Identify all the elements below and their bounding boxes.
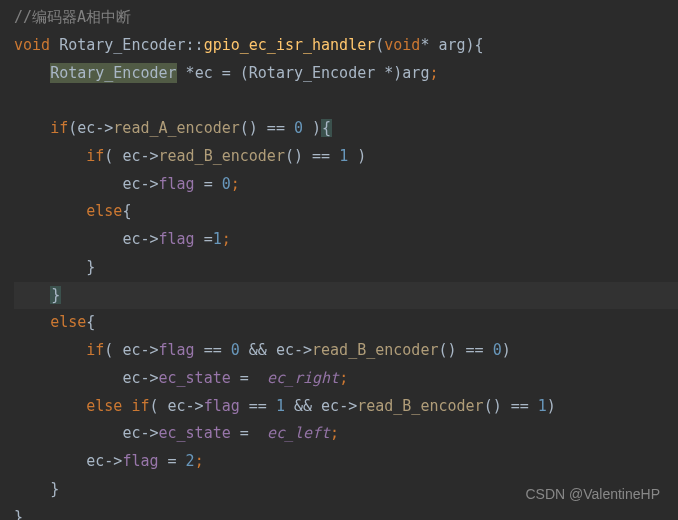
code-line: ec->ec_state = ec_left; [14, 420, 678, 448]
code-line: ec->flag = 2; [14, 448, 678, 476]
code-line: else{ [14, 198, 678, 226]
cursor-line-highlight [14, 282, 678, 309]
comment-text: //编码器A相中断 [14, 8, 131, 26]
code-line: ec->ec_state = ec_right; [14, 365, 678, 393]
code-line: if( ec->flag == 0 && ec->read_B_encoder(… [14, 337, 678, 365]
code-line: else{ [14, 309, 678, 337]
keyword: void [14, 36, 50, 54]
matching-brace: { [321, 119, 332, 137]
code-line: } [14, 254, 678, 282]
matching-brace-cursor: } [50, 286, 61, 304]
method-name: gpio_ec_isr_handler [204, 36, 376, 54]
class-name: Rotary_Encoder [59, 36, 185, 54]
code-editor[interactable]: //编码器A相中断 void Rotary_Encoder::gpio_ec_i… [0, 0, 678, 520]
code-line: Rotary_Encoder *ec = (Rotary_Encoder *)a… [14, 60, 678, 88]
code-line: if(ec->read_A_encoder() == 0 ){ [14, 115, 678, 143]
code-line: //编码器A相中断 [14, 4, 678, 32]
highlighted-class: Rotary_Encoder [50, 63, 176, 83]
code-line: if( ec->read_B_encoder() == 1 ) [14, 143, 678, 171]
code-line: else if( ec->flag == 1 && ec->read_B_enc… [14, 393, 678, 421]
code-line: ec->flag = 0; [14, 171, 678, 199]
code-line [14, 87, 678, 115]
watermark: CSDN @ValentineHP [525, 482, 660, 508]
code-line: void Rotary_Encoder::gpio_ec_isr_handler… [14, 32, 678, 60]
code-line: ec->flag =1; [14, 226, 678, 254]
code-line: } [14, 282, 678, 310]
